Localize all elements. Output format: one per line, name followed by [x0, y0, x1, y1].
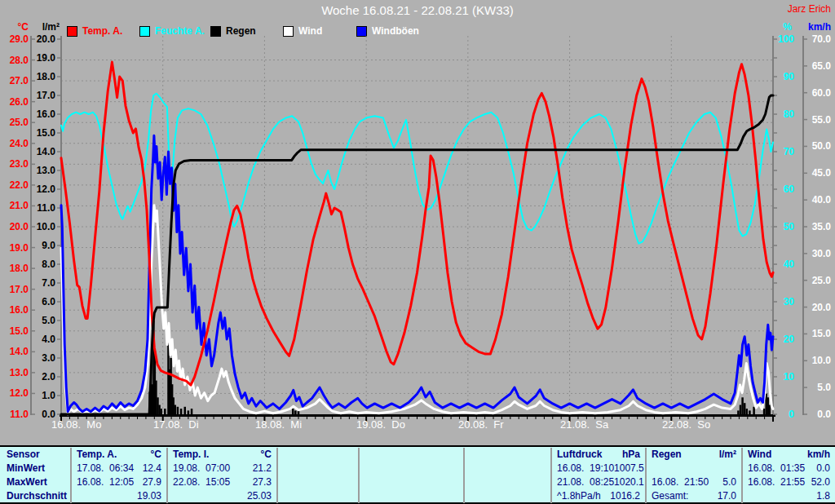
table-cell: ^1.8hPa/h1016.2: [552, 489, 647, 503]
svg-text:16.0: 16.0: [37, 108, 56, 120]
x-axis-day-label: 19.08. Do: [356, 418, 454, 431]
stats-table: Sensor Temp. A.°C Temp. I.°C LuftdruckhP…: [0, 445, 835, 504]
table-row-min: MinWert 17.08. 06:3412.4 19.08. 07:0021.…: [0, 462, 835, 475]
table-cell: [360, 489, 465, 503]
svg-text:30: 30: [784, 296, 795, 307]
svg-text:10.0: 10.0: [37, 221, 56, 232]
x-axis-day-label: 18.08. Mi: [255, 418, 353, 431]
svg-text:35.0: 35.0: [812, 221, 832, 232]
svg-text:20.0: 20.0: [10, 221, 29, 232]
table-cell: Temp. I.°C: [168, 448, 278, 462]
x-axis-day-label: 22.08. So: [662, 418, 760, 431]
x-axis-day-label: 16.08. Mo: [51, 418, 149, 431]
table-cell: 16.08. 21:505.0: [647, 475, 743, 489]
table-cell: 16.08. 19:101007.5: [552, 462, 647, 475]
svg-text:11.0: 11.0: [10, 409, 29, 420]
svg-text:70: 70: [784, 146, 795, 157]
svg-text:10.0: 10.0: [812, 355, 832, 366]
svg-text:5.0: 5.0: [817, 382, 831, 393]
x-axis-day-label: 20.08. Fr: [458, 418, 556, 431]
table-cell: [465, 489, 552, 503]
table-cell: 19.08. 07:0021.2: [168, 462, 278, 475]
table-cell: 25.03: [168, 489, 278, 503]
weather-chart-plot[interactable]: 11.012.013.014.015.016.017.018.019.020.0…: [0, 0, 835, 444]
svg-text:12.0: 12.0: [10, 387, 29, 399]
row-label: Sensor: [0, 448, 72, 462]
table-cell: 21.08. 08:251020.1: [552, 475, 647, 489]
svg-text:21.0: 21.0: [10, 200, 29, 211]
svg-text:7.0: 7.0: [42, 277, 55, 289]
svg-text:20.0: 20.0: [37, 33, 56, 45]
table-cell: [647, 462, 743, 475]
svg-text:20.0: 20.0: [812, 302, 832, 313]
svg-text:0: 0: [789, 409, 794, 420]
table-cell: 16.08. 12:0527.9: [72, 475, 168, 489]
table-row-average: Durchschnitt 19.03 25.03 ^1.8hPa/h1016.2…: [0, 489, 835, 503]
svg-text:70.0: 70.0: [812, 33, 832, 45]
svg-text:15.0: 15.0: [10, 325, 29, 337]
row-label: MinWert: [0, 462, 72, 475]
svg-text:19.0: 19.0: [10, 242, 29, 254]
table-cell: [465, 448, 552, 462]
svg-text:14.0: 14.0: [37, 146, 56, 157]
table-cell: [278, 489, 360, 503]
table-cell: 19.03: [72, 489, 168, 503]
table-cell: 1.8: [743, 489, 835, 503]
svg-text:9.0: 9.0: [42, 240, 55, 251]
svg-text:45.0: 45.0: [812, 167, 832, 179]
svg-text:65.0: 65.0: [812, 60, 832, 72]
svg-text:27.0: 27.0: [10, 75, 29, 86]
svg-text:50: 50: [784, 221, 795, 232]
svg-text:90: 90: [784, 71, 795, 82]
svg-text:0.0: 0.0: [817, 409, 831, 420]
svg-text:40.0: 40.0: [812, 194, 832, 206]
svg-text:25.0: 25.0: [10, 117, 29, 128]
table-cell: Regenl/m²: [647, 448, 743, 462]
svg-text:55.0: 55.0: [812, 114, 832, 126]
svg-text:23.0: 23.0: [10, 158, 29, 170]
svg-text:3.0: 3.0: [42, 352, 55, 364]
svg-text:6.0: 6.0: [42, 296, 55, 307]
svg-text:16.0: 16.0: [10, 304, 29, 316]
table-cell: [278, 475, 360, 489]
table-cell: [465, 462, 552, 475]
svg-text:19.0: 19.0: [37, 52, 56, 64]
svg-text:15.0: 15.0: [37, 127, 56, 139]
table-cell: 16.08. 21:5552.0: [743, 475, 835, 489]
svg-text:29.0: 29.0: [10, 33, 29, 45]
table-cell: LuftdruckhPa: [552, 448, 647, 462]
table-cell: [360, 475, 465, 489]
svg-text:25.0: 25.0: [812, 275, 832, 286]
svg-text:18.0: 18.0: [10, 263, 29, 274]
table-cell: Temp. A.°C: [72, 448, 168, 462]
svg-text:60.0: 60.0: [812, 87, 832, 99]
svg-text:17.0: 17.0: [10, 284, 29, 295]
svg-text:80: 80: [784, 108, 795, 120]
svg-text:14.0: 14.0: [10, 346, 29, 357]
table-row-sensor: Sensor Temp. A.°C Temp. I.°C LuftdruckhP…: [0, 448, 835, 462]
row-label: Durchschnitt: [0, 489, 72, 503]
svg-text:60: 60: [784, 183, 795, 195]
svg-text:30.0: 30.0: [812, 248, 832, 259]
svg-text:8.0: 8.0: [42, 259, 55, 270]
weather-app-window: Woche 16.08.21 - 22.08.21 (KW33) Jarz Er…: [0, 0, 835, 504]
svg-text:50.0: 50.0: [812, 140, 832, 152]
svg-text:13.0: 13.0: [37, 165, 56, 176]
table-cell: 16.08. 01:350.0: [743, 462, 835, 475]
svg-text:11.0: 11.0: [37, 202, 55, 214]
svg-text:12.0: 12.0: [37, 183, 56, 195]
svg-text:2.0: 2.0: [42, 371, 55, 382]
x-axis-day-label: 17.08. Di: [153, 418, 251, 431]
svg-text:4.0: 4.0: [42, 334, 55, 345]
svg-text:26.0: 26.0: [10, 96, 29, 108]
table-cell: [278, 462, 360, 475]
svg-text:100: 100: [778, 33, 794, 45]
svg-text:28.0: 28.0: [10, 55, 29, 66]
svg-text:10: 10: [784, 371, 795, 382]
svg-text:13.0: 13.0: [10, 367, 29, 378]
x-axis-day-label: 21.08. Sa: [560, 418, 658, 431]
svg-text:17.0: 17.0: [37, 90, 56, 101]
table-cell: [360, 448, 465, 462]
table-cell: [465, 475, 552, 489]
svg-text:24.0: 24.0: [10, 138, 29, 149]
